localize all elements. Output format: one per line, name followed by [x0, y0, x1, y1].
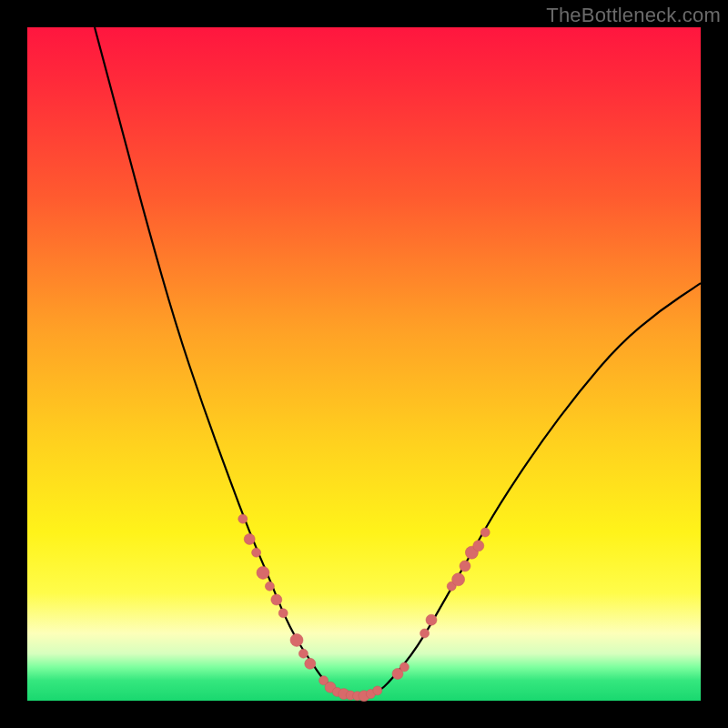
marker-dot: [420, 629, 430, 638]
marker-dot: [426, 614, 437, 625]
marker-dot: [460, 561, 470, 571]
marker-dot: [452, 573, 465, 586]
marker-dot: [373, 686, 382, 695]
marker-dot: [265, 581, 274, 591]
marker-dot: [257, 566, 269, 579]
marker-dot: [480, 528, 490, 537]
marker-dot: [238, 514, 248, 523]
marker-dot: [298, 649, 308, 658]
marker-dot: [290, 633, 303, 646]
plot-area: [27, 27, 701, 701]
marker-dot: [252, 548, 261, 557]
marker-dot: [278, 609, 288, 618]
marker-dot: [399, 662, 409, 672]
marker-dot: [244, 533, 255, 544]
plot-svg: [27, 27, 701, 701]
bottleneck-curve: [95, 27, 701, 696]
marker-dot: [271, 594, 282, 605]
watermark-text: TheBottleneck.com: [546, 4, 721, 27]
marker-dot: [305, 658, 316, 669]
chart-frame: TheBottleneck.com: [0, 0, 728, 728]
marker-dot: [473, 541, 484, 551]
marker-dots: [238, 514, 490, 702]
